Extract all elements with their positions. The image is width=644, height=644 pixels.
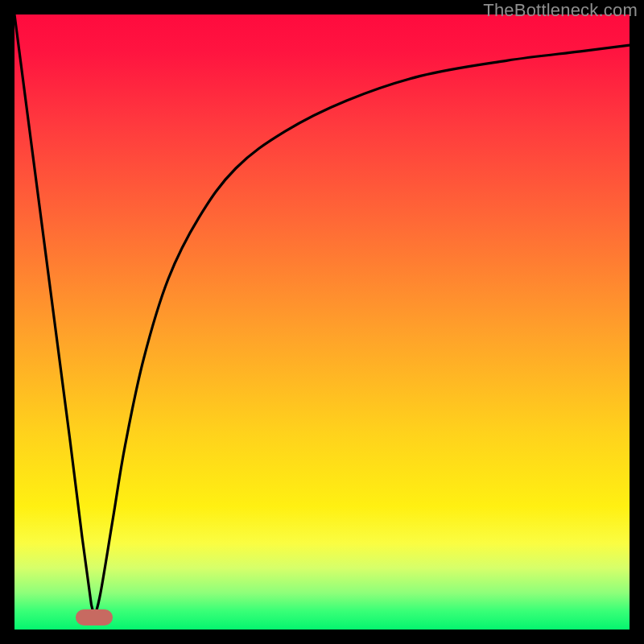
bottleneck-curve xyxy=(14,14,630,630)
watermark-label: TheBottleneck.com xyxy=(483,0,638,21)
minimum-marker xyxy=(76,609,113,625)
chart-stage: TheBottleneck.com xyxy=(0,0,644,644)
plot-area xyxy=(14,14,630,630)
curve-path xyxy=(14,14,630,617)
